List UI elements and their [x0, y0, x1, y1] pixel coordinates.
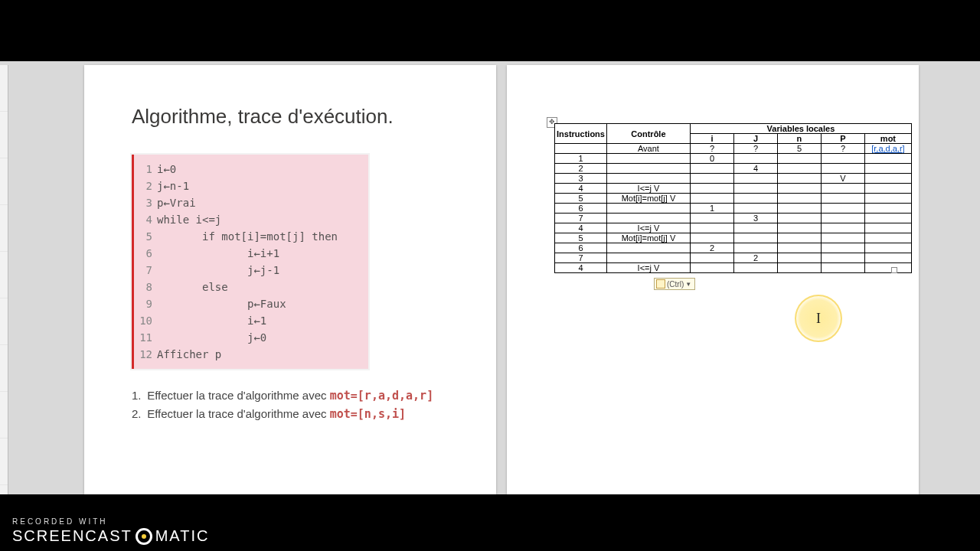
table-row[interactable]: Avant??5?[r,a,d,a,r] [555, 144, 912, 154]
table-row[interactable]: 4I<=j V [555, 223, 912, 233]
table-cell[interactable] [733, 233, 777, 243]
table-row[interactable]: 3V [555, 174, 912, 184]
table-cell[interactable] [864, 204, 911, 214]
table-row[interactable]: 62 [555, 243, 912, 253]
table-cell[interactable] [606, 214, 690, 223]
table-cell[interactable]: 3 [733, 214, 777, 223]
table-cell[interactable]: I<=j V [606, 263, 690, 273]
table-cell[interactable]: 5 [777, 144, 821, 154]
table-cell[interactable]: 4 [555, 223, 607, 233]
table-cell[interactable] [821, 194, 864, 204]
table-row[interactable]: 4I<=j V [555, 184, 912, 194]
table-cell[interactable] [864, 214, 911, 223]
table-cell[interactable] [821, 154, 864, 164]
table-cell[interactable] [777, 174, 821, 184]
table-cell[interactable] [864, 184, 911, 194]
table-cell[interactable]: Mot[i]=mot[j] V [606, 233, 690, 243]
table-cell[interactable] [864, 223, 911, 233]
table-cell[interactable] [690, 214, 733, 223]
table-cell[interactable] [777, 194, 821, 204]
table-cell[interactable] [864, 233, 911, 243]
table-cell[interactable]: 5 [555, 233, 607, 243]
table-cell[interactable]: 1 [690, 204, 733, 214]
table-cell[interactable]: V [821, 174, 864, 184]
table-cell[interactable] [821, 204, 864, 214]
table-cell[interactable] [821, 164, 864, 174]
table-cell[interactable]: ? [821, 144, 864, 154]
table-cell[interactable]: 4 [733, 164, 777, 174]
table-cell[interactable] [690, 223, 733, 233]
table-cell[interactable]: 6 [555, 243, 607, 253]
table-cell[interactable]: 7 [555, 253, 607, 263]
table-cell[interactable] [864, 174, 911, 184]
table-cell[interactable] [864, 253, 911, 263]
table-resize-handle-icon[interactable] [891, 267, 897, 273]
table-row[interactable]: 4I<=j V [555, 263, 912, 273]
table-cell[interactable] [606, 243, 690, 253]
table-cell[interactable] [821, 233, 864, 243]
table-cell[interactable] [777, 263, 821, 273]
table-cell[interactable]: 2 [690, 243, 733, 253]
table-row[interactable]: 24 [555, 164, 912, 174]
table-cell[interactable]: 0 [690, 154, 733, 164]
table-cell[interactable] [606, 204, 690, 214]
table-cell[interactable]: 7 [555, 214, 607, 223]
table-cell[interactable]: 6 [555, 204, 607, 214]
paste-options-button[interactable]: (Ctrl) ▼ [654, 278, 695, 290]
table-cell[interactable] [864, 243, 911, 253]
table-cell[interactable] [733, 174, 777, 184]
table-cell[interactable]: 2 [555, 164, 607, 174]
table-cell[interactable] [864, 263, 911, 273]
table-cell[interactable] [821, 263, 864, 273]
table-cell[interactable] [733, 223, 777, 233]
table-cell[interactable]: 4 [555, 263, 607, 273]
table-cell[interactable] [864, 164, 911, 174]
table-cell[interactable] [690, 253, 733, 263]
table-cell[interactable] [733, 204, 777, 214]
table-cell[interactable]: ? [690, 144, 733, 154]
table-row[interactable]: 5Mot[i]=mot[j] V [555, 233, 912, 243]
trace-table[interactable]: Instructions Contrôle Variables locales … [554, 123, 912, 273]
table-cell[interactable] [864, 154, 911, 164]
table-cell[interactable] [606, 154, 690, 164]
table-cell[interactable] [606, 253, 690, 263]
table-cell[interactable] [864, 194, 911, 204]
table-cell[interactable] [690, 233, 733, 243]
table-cell[interactable]: 4 [555, 184, 607, 194]
table-row[interactable]: 5Mot[i]=mot[j] V [555, 194, 912, 204]
table-cell[interactable] [733, 243, 777, 253]
table-row[interactable]: 10 [555, 154, 912, 164]
table-cell[interactable] [777, 253, 821, 263]
table-cell[interactable] [606, 164, 690, 174]
table-cell[interactable] [821, 214, 864, 223]
table-cell[interactable]: [r,a,d,a,r] [864, 144, 911, 154]
table-cell[interactable]: 5 [555, 194, 607, 204]
table-cell[interactable]: 3 [555, 174, 607, 184]
table-row[interactable]: 73 [555, 214, 912, 223]
table-cell[interactable] [555, 144, 607, 154]
table-cell[interactable] [777, 243, 821, 253]
table-cell[interactable] [733, 263, 777, 273]
table-cell[interactable] [606, 174, 690, 184]
table-cell[interactable] [733, 184, 777, 194]
table-cell[interactable] [690, 164, 733, 174]
table-cell[interactable]: I<=j V [606, 223, 690, 233]
table-cell[interactable] [777, 154, 821, 164]
table-cell[interactable] [821, 223, 864, 233]
table-cell[interactable] [777, 233, 821, 243]
table-cell[interactable] [821, 184, 864, 194]
table-row[interactable]: 72 [555, 253, 912, 263]
table-cell[interactable]: I<=j V [606, 184, 690, 194]
table-cell[interactable] [690, 184, 733, 194]
table-cell[interactable] [690, 174, 733, 184]
table-cell[interactable] [777, 223, 821, 233]
table-cell[interactable] [777, 214, 821, 223]
table-cell[interactable] [733, 194, 777, 204]
table-cell[interactable]: ? [733, 144, 777, 154]
table-cell[interactable] [733, 154, 777, 164]
table-cell[interactable] [777, 204, 821, 214]
table-cell[interactable] [690, 194, 733, 204]
table-cell[interactable]: 2 [733, 253, 777, 263]
table-cell[interactable] [777, 184, 821, 194]
table-cell[interactable] [821, 253, 864, 263]
